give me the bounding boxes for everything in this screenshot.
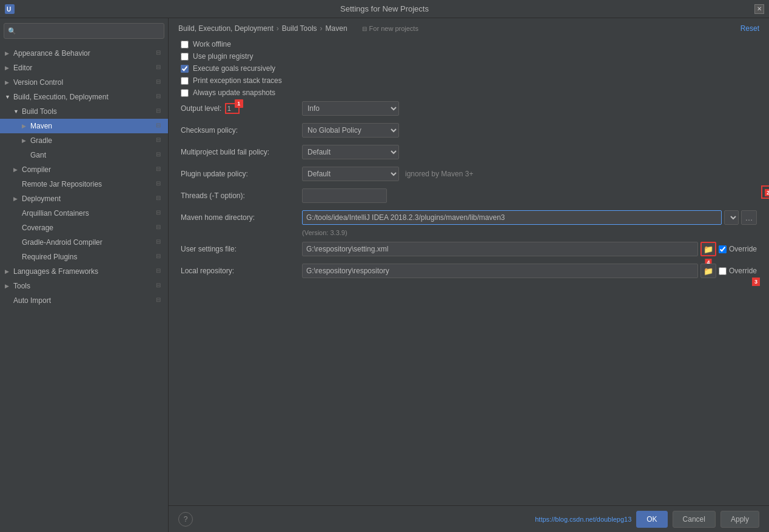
breadcrumb-bar: Build, Execution, Deployment › Build Too… [169, 18, 769, 38]
user-settings-override-label: Override [729, 245, 757, 253]
sidebar-arrow-build-exec-deploy: ▼ [5, 94, 13, 100]
sidebar-label-editor: Editor [13, 64, 156, 72]
reset-button[interactable]: Reset [740, 24, 759, 33]
sidebar-item-remote-jar[interactable]: Remote Jar Repositories⊟ [0, 177, 168, 191]
breadcrumb: Build, Execution, Deployment › Build Too… [178, 24, 348, 33]
sidebar-page-icon-editor: ⊟ [156, 64, 164, 72]
sidebar-label-coverage: Coverage [22, 224, 156, 232]
sidebar-item-auto-import[interactable]: Auto Import⊟ [0, 293, 168, 308]
output-level-select[interactable]: Info Debug Warn Error [302, 101, 399, 116]
checkbox-row-always-update: Always update snapshots [181, 88, 757, 97]
sidebar-item-appearance[interactable]: ▶Appearance & Behavior⊟ [0, 46, 168, 61]
sidebar: 🔍 ▶Appearance & Behavior⊟▶Editor⊟▶Versio… [0, 18, 169, 532]
sidebar-item-compiler[interactable]: ▶Compiler⊟ [0, 162, 168, 177]
checkbox-execute-goals[interactable] [181, 65, 189, 73]
search-icon: 🔍 [8, 27, 16, 35]
checkbox-row-work-offline: Work offline [181, 40, 757, 48]
plugin-update-policy-select[interactable]: Default Force update Suppress update Nev… [302, 167, 399, 181]
sidebar-label-version-control: Version Control [13, 78, 156, 87]
app-icon: U [5, 4, 15, 14]
sidebar-label-build-exec-deploy: Build, Execution, Deployment [13, 93, 156, 101]
sidebar-page-icon-build-tools: ⊟ [156, 107, 164, 116]
sidebar-label-auto-import: Auto Import [13, 296, 156, 305]
sidebar-label-arquillian: Arquillian Containers [22, 209, 156, 218]
main-container: 🔍 ▶Appearance & Behavior⊟▶Editor⊟▶Versio… [0, 18, 769, 532]
checkbox-print-exception[interactable] [181, 77, 189, 85]
sidebar-item-build-tools[interactable]: ▼Build Tools⊟ [0, 104, 168, 119]
sidebar-page-icon-coverage: ⊟ [156, 224, 164, 232]
cancel-button[interactable]: Cancel [673, 511, 716, 528]
checkbox-row-print-exception: Print exception stack traces [181, 76, 757, 85]
annotation-label-3: 3 [752, 278, 760, 286]
search-box[interactable]: 🔍 [4, 23, 164, 39]
breadcrumb-sep1: › [277, 24, 279, 33]
sidebar-item-coverage[interactable]: Coverage⊟ [0, 221, 168, 235]
maven-home-input[interactable] [302, 210, 722, 225]
checksum-policy-label: Checksum policy: [181, 126, 302, 135]
local-repo-override-checkbox[interactable] [719, 267, 727, 275]
sidebar-page-icon-gradle: ⊟ [156, 136, 164, 145]
sidebar-page-icon-compiler: ⊟ [156, 165, 164, 174]
maven-home-row: Maven home directory: … 2 [181, 210, 757, 225]
checkbox-use-plugin-registry[interactable] [181, 53, 189, 61]
sidebar-label-gant: Gant [30, 151, 156, 159]
checkboxes-container: Work offlineUse plugin registryExecute g… [181, 40, 757, 97]
maven-home-label: Maven home directory: [181, 213, 302, 222]
user-settings-row: User settings file: 📁 4 Override [181, 241, 757, 257]
breadcrumb-part2: Build Tools [282, 24, 317, 33]
maven-home-browse-button[interactable]: … [741, 210, 757, 225]
threads-label: Threads (-T option): [181, 191, 302, 200]
threads-row: Threads (-T option): [181, 188, 757, 204]
sidebar-arrow-appearance: ▶ [5, 50, 13, 56]
sidebar-tree: ▶Appearance & Behavior⊟▶Editor⊟▶Version … [0, 44, 168, 532]
title-bar: U Settings for New Projects ✕ [0, 0, 769, 18]
maven-home-dropdown[interactable] [724, 210, 739, 225]
sidebar-label-gradle: Gradle [30, 136, 156, 145]
sidebar-page-icon-gant: ⊟ [156, 151, 164, 159]
sidebar-page-icon-deployment: ⊟ [156, 195, 164, 203]
sidebar-item-gant[interactable]: Gant⊟ [0, 148, 168, 162]
bottom-bar: ? https://blog.csdn.net/doublepg13 OK Ca… [169, 505, 769, 532]
checkbox-row-use-plugin-registry: Use plugin registry [181, 52, 757, 61]
sidebar-item-editor[interactable]: ▶Editor⊟ [0, 61, 168, 75]
sidebar-item-languages[interactable]: ▶Languages & Frameworks⊟ [0, 264, 168, 279]
sidebar-item-build-exec-deploy[interactable]: ▼Build, Execution, Deployment⊟ [0, 90, 168, 104]
local-repo-input[interactable] [302, 264, 698, 278]
sidebar-page-icon-appearance: ⊟ [156, 49, 164, 58]
local-repo-override-row: Override 3 [719, 267, 757, 275]
plugin-update-policy-row: Plugin update policy: Default Force upda… [181, 166, 757, 182]
user-settings-browse-button[interactable]: 📁 4 [700, 242, 716, 256]
local-repo-browse-button[interactable]: 📁 [700, 264, 716, 278]
annotation-box-2: 2 [761, 185, 769, 199]
sidebar-label-tools: Tools [13, 282, 156, 290]
multiproject-policy-select[interactable]: Default Fail at end Continue Fail fast [302, 145, 399, 159]
sidebar-page-icon-required-plugins: ⊟ [156, 253, 164, 261]
user-settings-override-checkbox[interactable] [719, 245, 727, 253]
search-input[interactable] [19, 27, 160, 35]
checkbox-work-offline[interactable] [181, 41, 189, 48]
sidebar-page-icon-arquillian: ⊟ [156, 209, 164, 218]
apply-button[interactable]: Apply [720, 511, 759, 528]
sidebar-arrow-build-tools: ▼ [13, 108, 22, 115]
sidebar-item-required-plugins[interactable]: Required Plugins⊟ [0, 250, 168, 264]
help-button[interactable]: ? [178, 512, 193, 527]
checkbox-always-update[interactable] [181, 89, 189, 97]
sidebar-page-icon-auto-import: ⊟ [156, 296, 164, 305]
user-settings-input[interactable] [302, 242, 698, 256]
sidebar-label-appearance: Appearance & Behavior [13, 49, 156, 58]
close-button[interactable]: ✕ [754, 4, 764, 14]
sidebar-item-arquillian[interactable]: Arquillian Containers⊟ [0, 206, 168, 221]
sidebar-item-maven[interactable]: ▶Maven⊟ [0, 119, 168, 133]
sidebar-item-gradle[interactable]: ▶Gradle⊟ [0, 133, 168, 148]
sidebar-item-version-control[interactable]: ▶Version Control⊟ [0, 75, 168, 90]
multiproject-policy-label: Multiproject build fail policy: [181, 148, 302, 156]
sidebar-label-build-tools: Build Tools [22, 107, 156, 116]
threads-input[interactable] [302, 188, 387, 203]
window-title: Settings for New Projects [340, 4, 429, 13]
multiproject-policy-row: Multiproject build fail policy: Default … [181, 144, 757, 160]
checksum-policy-select[interactable]: No Global Policy Warn Fail Ignore [302, 123, 399, 138]
sidebar-item-tools[interactable]: ▶Tools⊟ [0, 279, 168, 293]
ok-button[interactable]: OK [636, 511, 667, 528]
sidebar-item-deployment[interactable]: ▶Deployment⊟ [0, 191, 168, 206]
sidebar-item-gradle-android[interactable]: Gradle-Android Compiler⊟ [0, 235, 168, 250]
